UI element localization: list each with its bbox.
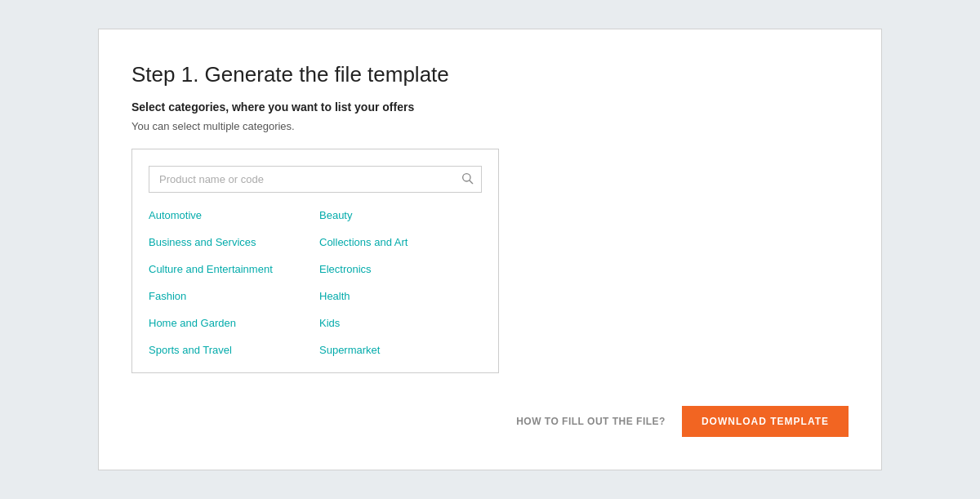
category-kids[interactable]: Kids bbox=[319, 317, 482, 329]
subtitle: Select categories, where you want to lis… bbox=[131, 100, 849, 114]
hint-text: You can select multiple categories. bbox=[131, 120, 849, 132]
how-to-link[interactable]: HOW TO FILL OUT THE FILE? bbox=[516, 416, 666, 427]
footer-row: HOW TO FILL OUT THE FILE? DOWNLOAD TEMPL… bbox=[131, 406, 849, 437]
search-container bbox=[149, 166, 482, 193]
categories-box: Automotive Beauty Business and Services … bbox=[131, 149, 499, 373]
download-button[interactable]: DOWNLOAD TEMPLATE bbox=[682, 406, 849, 437]
category-home-garden[interactable]: Home and Garden bbox=[149, 317, 311, 329]
main-card: Step 1. Generate the file template Selec… bbox=[98, 29, 882, 470]
category-supermarket[interactable]: Supermarket bbox=[319, 344, 482, 356]
search-input[interactable] bbox=[149, 166, 482, 193]
category-health[interactable]: Health bbox=[319, 290, 482, 302]
category-collections-art[interactable]: Collections and Art bbox=[319, 236, 482, 248]
category-culture-entertainment[interactable]: Culture and Entertainment bbox=[149, 263, 311, 275]
categories-grid: Automotive Beauty Business and Services … bbox=[149, 209, 482, 356]
category-fashion[interactable]: Fashion bbox=[149, 290, 311, 302]
step-title: Step 1. Generate the file template bbox=[131, 62, 849, 87]
category-automotive[interactable]: Automotive bbox=[149, 209, 311, 221]
category-electronics[interactable]: Electronics bbox=[319, 263, 482, 275]
category-business-services[interactable]: Business and Services bbox=[149, 236, 311, 248]
category-sports-travel[interactable]: Sports and Travel bbox=[149, 344, 311, 356]
category-beauty[interactable]: Beauty bbox=[319, 209, 482, 221]
